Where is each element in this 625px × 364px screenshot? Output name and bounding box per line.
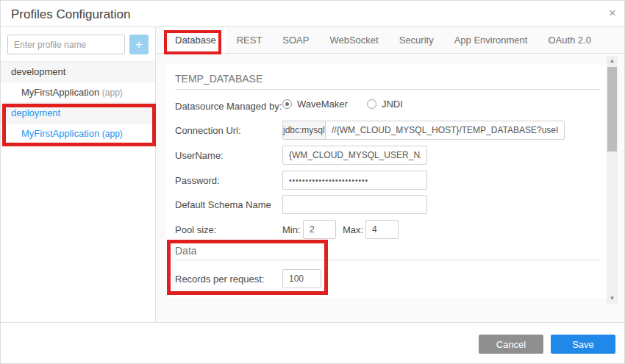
records-per-request-label: Records per request: [175,274,264,285]
scrollbar-thumb[interactable] [607,67,617,151]
add-profile-button[interactable]: + [129,35,149,54]
tab-database[interactable]: Database [165,27,226,53]
profile-name-input[interactable] [7,35,125,54]
datasource-label: Datasource Managed by: [175,101,282,112]
password-input[interactable] [282,171,427,190]
sidebar-item-myfirstapplication-dev[interactable]: MyFirstApplication (app) [1,82,155,103]
username-label: UserName: [175,150,224,161]
sidebar-item-suffix: (app) [102,129,123,139]
radio-wavemaker-label: WaveMaker [297,99,348,110]
cancel-button[interactable]: Cancel [479,335,543,354]
radio-jndi-label: JNDI [382,99,403,110]
profiles-sidebar: + development MyFirstApplication (app) d… [1,27,156,322]
records-per-request-input[interactable] [282,269,321,288]
tab-app-environment[interactable]: App Environment [444,27,538,53]
tab-soap[interactable]: SOAP [272,27,319,53]
sidebar-item-suffix: (app) [102,88,123,98]
sidebar-item-myfirstapplication-deploy[interactable]: MyFirstApplication (app) [1,124,155,144]
pool-max-label: Max: [343,224,363,235]
radio-jndi[interactable] [367,99,376,109]
vertical-scrollbar[interactable]: ▲ ▼ [607,56,618,304]
datasource-radio-group: WaveMaker JNDI [282,99,403,110]
section-divider [175,260,600,260]
scroll-up-icon[interactable]: ▲ [607,57,618,65]
dialog-header: Profiles Configuration × [1,1,625,27]
default-schema-input[interactable] [282,195,427,214]
connection-url-input[interactable] [325,121,565,140]
connection-url-prefix: jdbc:mysql: [282,121,326,140]
config-tabbar: Database REST SOAP WebSocket Security Ap… [156,27,625,54]
connection-url-label: Connection Url: [175,125,241,136]
tab-websocket[interactable]: WebSocket [319,27,388,53]
section-divider [175,89,600,90]
section-title-data: Data [175,245,197,257]
sidebar-item-label: development [11,66,65,77]
close-icon[interactable]: × [609,7,616,20]
pool-max-input[interactable] [365,220,399,239]
sidebar-item-deployment[interactable]: deployment [1,103,155,124]
pool-size-label: Pool size: [175,224,216,235]
tab-security[interactable]: Security [389,27,444,53]
save-button[interactable]: Save [551,335,615,354]
sidebar-item-development[interactable]: development [1,62,155,82]
tab-rest[interactable]: REST [226,27,273,53]
scroll-down-icon[interactable]: ▼ [607,294,618,303]
schema-label: Default Schema Name [175,199,271,210]
database-config-card: TEMP_DATABASE Datasource Managed by: Wav… [166,63,618,299]
sidebar-item-label: MyFirstApplication [21,128,99,139]
profile-create-row: + [1,27,155,62]
pool-min-label: Min: [282,224,301,235]
tab-oauth[interactable]: OAuth 2.0 [538,27,601,53]
sidebar-item-label: MyFirstApplication [21,87,99,98]
profiles-configuration-dialog: Profiles Configuration × + development M… [0,0,625,364]
profile-content-panel: Database REST SOAP WebSocket Security Ap… [156,27,625,322]
pool-min-input[interactable] [303,220,336,239]
page-title: Profiles Configuration [11,7,131,22]
section-title-temp-database: TEMP_DATABASE [175,73,262,85]
password-label: Password: [175,175,220,186]
username-input[interactable] [282,146,427,165]
radio-wavemaker[interactable] [282,99,292,109]
dialog-footer: Cancel Save [1,322,625,364]
sidebar-item-label: deployment [11,107,60,118]
